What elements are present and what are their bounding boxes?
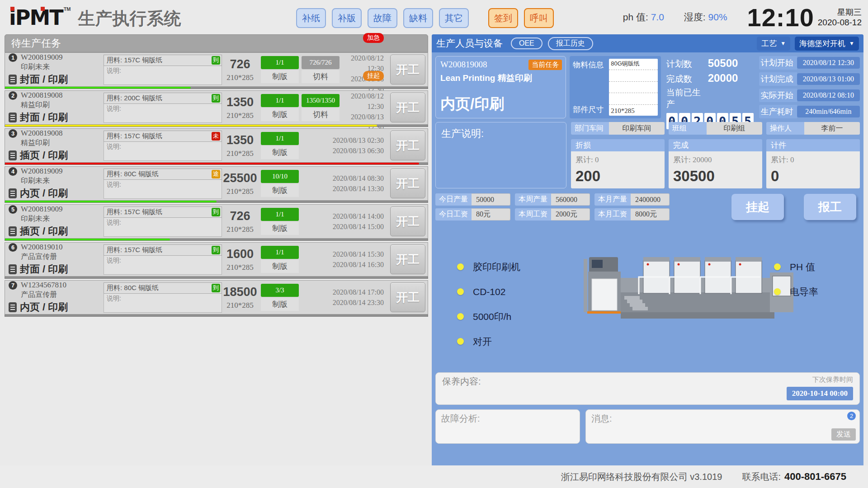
fault-button[interactable]: 故障 bbox=[368, 8, 397, 28]
task-number-badge: 2 bbox=[9, 91, 17, 100]
output-stats: 今日产量 50000 本周产量 560000 本月产量 2400000 今日工资… bbox=[435, 193, 670, 221]
start-work-button[interactable]: 开工 bbox=[390, 206, 425, 236]
task-row[interactable]: 2 W200819008 精益印刷 封面 / 印刷 用料: 200C 铜版纸 到… bbox=[5, 90, 428, 125]
sign-in-button[interactable]: 签到 bbox=[488, 8, 518, 28]
work-report-history-button[interactable]: 报工历史 bbox=[548, 37, 593, 50]
machine-type: 胶印印刷机 bbox=[473, 261, 520, 273]
humidity-value: 90% bbox=[708, 12, 727, 22]
progress-fill bbox=[5, 239, 170, 240]
plan-finish-label: 计划完成 bbox=[759, 72, 797, 86]
plate-stage: 3/3 制版 bbox=[261, 284, 299, 311]
task-identity: 7 W1234567810 产品宣传册 内页 / 印刷 bbox=[5, 281, 104, 314]
start-work-button[interactable]: 开工 bbox=[390, 282, 425, 312]
start-work-button[interactable]: 开工 bbox=[390, 131, 425, 160]
priority-badge: 加急 bbox=[363, 33, 384, 43]
logo-red-dot bbox=[41, 7, 45, 11]
oee-button[interactable]: OEE bbox=[511, 38, 542, 49]
task-quantity-block: 1350 210*285 bbox=[222, 133, 258, 158]
start-work-button[interactable]: 开工 bbox=[390, 244, 425, 274]
material-status-badge: 到 bbox=[212, 56, 220, 65]
fault-analysis-box[interactable]: 故障分析: bbox=[435, 409, 580, 444]
other-button[interactable]: 其它 bbox=[439, 8, 469, 28]
task-row[interactable]: 3 W200819008 精益印刷 插页 / 印刷 用料: 157C 铜版纸 未… bbox=[5, 128, 428, 163]
task-material: 用料: 157C 铜版纸 bbox=[107, 208, 212, 216]
material-field: 用料: 157C 铜版纸 未 bbox=[104, 131, 222, 142]
task-row[interactable]: 4 W200819009 印刷未来 内页 / 印刷 用料: 80C 铜版纸 途 … bbox=[5, 166, 428, 201]
task-product: 精益印刷 bbox=[21, 138, 104, 148]
call-button[interactable]: 呼叫 bbox=[524, 8, 554, 28]
logo-red-dot bbox=[10, 7, 14, 11]
task-material-block: 用料: 80C 铜版纸 到 说明: bbox=[104, 282, 222, 313]
production-note-box[interactable]: 生产说明: bbox=[435, 122, 566, 188]
task-note-label: 说明: bbox=[104, 256, 222, 275]
next-maintenance-label: 下次保养时间 bbox=[787, 375, 853, 384]
ph-metric: PH 值 bbox=[790, 261, 815, 273]
task-size: 210*285 bbox=[222, 301, 258, 310]
actual-start-value: 2020/08/12 08:10 bbox=[797, 89, 860, 101]
bullet-dot-icon bbox=[457, 313, 464, 320]
plate-count: 1/1 bbox=[261, 208, 299, 221]
report-work-button[interactable]: 报工 bbox=[804, 194, 856, 220]
maintenance-label: 保养内容: bbox=[442, 375, 481, 402]
document-icon bbox=[9, 302, 17, 312]
piecework-cumulative: 累计: 0 bbox=[771, 155, 855, 165]
send-button[interactable]: 发送 bbox=[831, 428, 856, 441]
task-end-date: 2020/08/14 16:30 bbox=[299, 259, 384, 270]
bullet-dot-icon bbox=[457, 338, 464, 345]
task-progress-track bbox=[5, 239, 428, 241]
material-field: 用料: 80C 铜版纸 到 bbox=[104, 282, 222, 294]
machine-dropdown[interactable]: 海德堡对开机 ▼ bbox=[795, 37, 859, 51]
process-dropdown[interactable]: 工艺 ▼ bbox=[757, 37, 790, 51]
plate-count: 1/1 bbox=[261, 94, 299, 107]
elapsed-value: 240min/646min bbox=[797, 106, 860, 117]
plan-finish-value: 2020/08/13 01:00 bbox=[797, 73, 860, 85]
material-status-badge: 途 bbox=[212, 170, 220, 178]
bullet-dot-icon bbox=[457, 263, 464, 270]
app-logo: iPMT TM 生产执行系统 bbox=[9, 5, 181, 30]
machine-monitor-list: PH 值 电导率 bbox=[774, 254, 818, 304]
start-work-button[interactable]: 开工 bbox=[390, 169, 425, 198]
task-number-badge: 1 bbox=[9, 53, 17, 62]
task-material-block: 用料: 80C 铜版纸 途 说明: bbox=[104, 169, 222, 199]
current-task-card[interactable]: W200819008 当前任务 Lean Printing 精益印刷 内页/印刷 bbox=[435, 56, 566, 118]
plate-label: 制版 bbox=[261, 184, 299, 197]
production-panel-header: 生产人员与设备 OEE 报工历史 工艺 ▼ 海德堡对开机 ▼ bbox=[432, 34, 863, 52]
plate-stage: 1/1 制版 bbox=[261, 208, 299, 235]
material-shortage-button[interactable]: 缺料 bbox=[403, 8, 433, 28]
current-task-name: Lean Printing 精益印刷 bbox=[440, 72, 561, 84]
task-material-block: 用料: 200C 铜版纸 到 说明: bbox=[104, 93, 222, 123]
suspend-button[interactable]: 挂起 bbox=[731, 194, 784, 220]
process-dropdown-label: 工艺 bbox=[761, 38, 777, 49]
start-work-button[interactable]: 开工 bbox=[390, 93, 425, 122]
material-status-badge: 到 bbox=[212, 94, 220, 103]
start-work-button[interactable]: 开工 bbox=[390, 55, 425, 84]
clock: 12:10 bbox=[747, 3, 814, 32]
plate-refill-button[interactable]: 补版 bbox=[332, 8, 362, 28]
task-row[interactable]: 6 W200819010 产品宣传册 封面 / 印刷 用料: 157C 铜版纸 … bbox=[5, 242, 428, 277]
task-row[interactable]: 5 W200819009 印刷未来 插页 / 印刷 用料: 157C 铜版纸 到… bbox=[5, 204, 428, 239]
task-size: 210*285 bbox=[222, 149, 258, 158]
task-row[interactable]: 1 W200819009 印刷未来 封面 / 印刷 用料: 157C 铜版纸 到… bbox=[5, 52, 428, 87]
task-size: 210*285 bbox=[222, 187, 258, 196]
company-version: 浙江易印网络科技股份有限公司 v3.1019 bbox=[561, 471, 722, 483]
task-progress-track bbox=[5, 314, 428, 317]
task-product: 印刷未来 bbox=[21, 176, 104, 186]
task-progress-track bbox=[5, 201, 428, 203]
message-box[interactable]: 消息: 2 发送 bbox=[585, 409, 860, 444]
paper-refill-button[interactable]: 补纸 bbox=[296, 8, 326, 28]
plate-stage: 1/1 制版 bbox=[261, 132, 299, 159]
task-identity: 4 W200819009 印刷未来 内页 / 印刷 bbox=[5, 167, 104, 200]
date: 2020-08-12 bbox=[818, 18, 862, 28]
task-quantity-block: 726 210*285 bbox=[222, 57, 258, 82]
next-maintenance-time[interactable]: 2020-10-14 00:00 bbox=[787, 387, 853, 400]
task-progress-track bbox=[5, 163, 428, 165]
task-dates-block: 2020/08/14 15:30 2020/08/14 16:30 bbox=[299, 249, 388, 270]
task-row[interactable]: 7 W1234567810 产品宣传册 内页 / 印刷 用料: 80C 铜版纸 … bbox=[5, 280, 428, 314]
machine-model: CD-102 bbox=[473, 286, 505, 297]
material-status-badge: 到 bbox=[212, 284, 220, 292]
piecework-card-title: 计件 bbox=[766, 139, 860, 151]
task-material-block: 用料: 157C 铜版纸 未 说明: bbox=[104, 131, 222, 161]
current-task-badge: 当前任务 bbox=[528, 60, 562, 70]
task-product: 精益印刷 bbox=[21, 100, 104, 110]
task-qty: 1350 bbox=[222, 133, 258, 147]
